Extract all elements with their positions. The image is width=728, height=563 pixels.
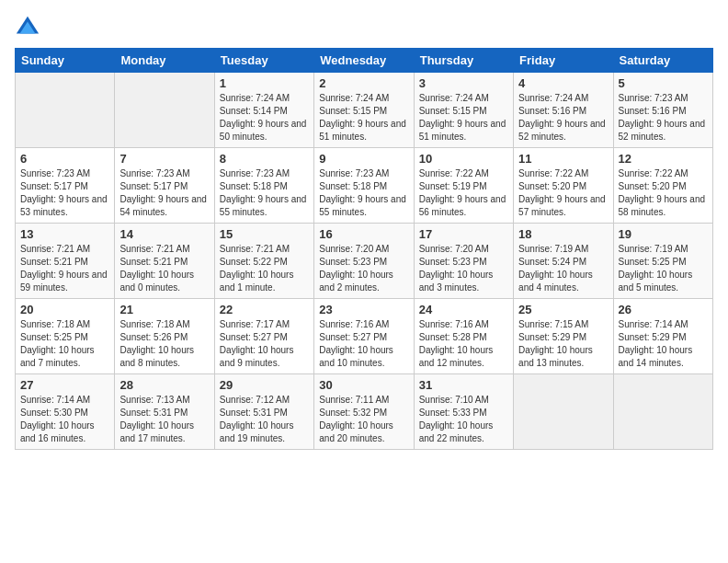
calendar-cell: 24Sunrise: 7:16 AMSunset: 5:28 PMDayligh… bbox=[414, 299, 513, 374]
day-info: Sunrise: 7:21 AMSunset: 5:21 PMDaylight:… bbox=[20, 243, 109, 294]
day-info: Sunrise: 7:18 AMSunset: 5:26 PMDaylight:… bbox=[119, 318, 209, 370]
day-info: Sunrise: 7:16 AMSunset: 5:27 PMDaylight:… bbox=[319, 318, 408, 370]
week-row-1: 1Sunrise: 7:24 AMSunset: 5:14 PMDaylight… bbox=[16, 73, 713, 148]
day-info: Sunrise: 7:24 AMSunset: 5:15 PMDaylight:… bbox=[319, 92, 408, 144]
day-number: 26 bbox=[619, 303, 708, 316]
day-number: 27 bbox=[20, 378, 109, 392]
day-number: 25 bbox=[518, 303, 608, 316]
page-header bbox=[15, 15, 713, 40]
calendar-cell: 25Sunrise: 7:15 AMSunset: 5:29 PMDayligh… bbox=[514, 299, 613, 374]
weekday-header-wednesday: Wednesday bbox=[314, 49, 414, 73]
day-info: Sunrise: 7:22 AMSunset: 5:20 PMDaylight:… bbox=[619, 167, 708, 219]
day-number: 9 bbox=[319, 152, 408, 166]
weekday-header-row: SundayMondayTuesdayWednesdayThursdayFrid… bbox=[16, 49, 713, 73]
calendar-cell: 10Sunrise: 7:22 AMSunset: 5:19 PMDayligh… bbox=[414, 148, 513, 224]
calendar-cell: 5Sunrise: 7:23 AMSunset: 5:16 PMDaylight… bbox=[613, 73, 712, 148]
calendar-cell bbox=[16, 73, 115, 148]
day-number: 29 bbox=[220, 378, 309, 392]
day-info: Sunrise: 7:24 AMSunset: 5:15 PMDaylight:… bbox=[419, 92, 508, 144]
week-row-4: 20Sunrise: 7:18 AMSunset: 5:25 PMDayligh… bbox=[16, 299, 713, 374]
calendar-cell: 14Sunrise: 7:21 AMSunset: 5:21 PMDayligh… bbox=[115, 224, 214, 299]
calendar-cell: 19Sunrise: 7:19 AMSunset: 5:25 PMDayligh… bbox=[613, 224, 712, 299]
day-info: Sunrise: 7:15 AMSunset: 5:29 PMDaylight:… bbox=[518, 318, 608, 370]
calendar-cell: 27Sunrise: 7:14 AMSunset: 5:30 PMDayligh… bbox=[16, 374, 115, 450]
day-info: Sunrise: 7:14 AMSunset: 5:29 PMDaylight:… bbox=[619, 318, 708, 370]
day-number: 1 bbox=[220, 76, 309, 90]
day-number: 28 bbox=[119, 378, 209, 392]
day-number: 17 bbox=[419, 227, 508, 241]
day-info: Sunrise: 7:14 AMSunset: 5:30 PMDaylight:… bbox=[20, 394, 109, 445]
day-number: 3 bbox=[419, 76, 508, 90]
day-number: 24 bbox=[419, 303, 508, 316]
calendar-cell: 4Sunrise: 7:24 AMSunset: 5:16 PMDaylight… bbox=[514, 73, 613, 148]
day-number: 12 bbox=[619, 152, 708, 166]
day-info: Sunrise: 7:23 AMSunset: 5:16 PMDaylight:… bbox=[619, 92, 708, 144]
day-info: Sunrise: 7:19 AMSunset: 5:24 PMDaylight:… bbox=[518, 243, 608, 294]
day-info: Sunrise: 7:21 AMSunset: 5:22 PMDaylight:… bbox=[220, 243, 309, 294]
day-number: 14 bbox=[119, 227, 209, 241]
calendar-cell bbox=[613, 374, 712, 450]
day-number: 19 bbox=[619, 227, 708, 241]
day-info: Sunrise: 7:22 AMSunset: 5:19 PMDaylight:… bbox=[419, 167, 508, 219]
calendar-cell: 21Sunrise: 7:18 AMSunset: 5:26 PMDayligh… bbox=[115, 299, 214, 374]
calendar-table: SundayMondayTuesdayWednesdayThursdayFrid… bbox=[15, 48, 713, 450]
day-info: Sunrise: 7:10 AMSunset: 5:33 PMDaylight:… bbox=[419, 394, 508, 445]
calendar-cell: 15Sunrise: 7:21 AMSunset: 5:22 PMDayligh… bbox=[214, 224, 313, 299]
day-info: Sunrise: 7:23 AMSunset: 5:18 PMDaylight:… bbox=[319, 167, 408, 219]
day-number: 8 bbox=[220, 152, 309, 166]
day-number: 30 bbox=[319, 378, 408, 392]
calendar-cell: 29Sunrise: 7:12 AMSunset: 5:31 PMDayligh… bbox=[214, 374, 313, 450]
logo bbox=[15, 15, 44, 40]
calendar-cell: 2Sunrise: 7:24 AMSunset: 5:15 PMDaylight… bbox=[314, 73, 414, 148]
day-info: Sunrise: 7:22 AMSunset: 5:20 PMDaylight:… bbox=[518, 167, 608, 219]
day-info: Sunrise: 7:12 AMSunset: 5:31 PMDaylight:… bbox=[220, 394, 309, 445]
day-number: 15 bbox=[220, 227, 309, 241]
day-number: 21 bbox=[119, 303, 209, 316]
day-number: 5 bbox=[619, 76, 708, 90]
day-number: 31 bbox=[419, 378, 508, 392]
day-info: Sunrise: 7:23 AMSunset: 5:17 PMDaylight:… bbox=[20, 167, 109, 219]
calendar-cell: 20Sunrise: 7:18 AMSunset: 5:25 PMDayligh… bbox=[16, 299, 115, 374]
day-info: Sunrise: 7:11 AMSunset: 5:32 PMDaylight:… bbox=[319, 394, 408, 445]
day-info: Sunrise: 7:23 AMSunset: 5:17 PMDaylight:… bbox=[119, 167, 209, 219]
calendar-cell: 28Sunrise: 7:13 AMSunset: 5:31 PMDayligh… bbox=[115, 374, 214, 450]
day-info: Sunrise: 7:20 AMSunset: 5:23 PMDaylight:… bbox=[419, 243, 508, 294]
calendar-cell: 16Sunrise: 7:20 AMSunset: 5:23 PMDayligh… bbox=[314, 224, 414, 299]
day-info: Sunrise: 7:17 AMSunset: 5:27 PMDaylight:… bbox=[220, 318, 309, 370]
day-number: 23 bbox=[319, 303, 408, 316]
calendar-cell: 7Sunrise: 7:23 AMSunset: 5:17 PMDaylight… bbox=[115, 148, 214, 224]
calendar-cell: 8Sunrise: 7:23 AMSunset: 5:18 PMDaylight… bbox=[214, 148, 313, 224]
day-number: 20 bbox=[20, 303, 109, 316]
day-number: 10 bbox=[419, 152, 508, 166]
calendar-cell: 11Sunrise: 7:22 AMSunset: 5:20 PMDayligh… bbox=[514, 148, 613, 224]
day-number: 2 bbox=[319, 76, 408, 90]
week-row-3: 13Sunrise: 7:21 AMSunset: 5:21 PMDayligh… bbox=[16, 224, 713, 299]
logo-icon bbox=[15, 15, 40, 40]
weekday-header-saturday: Saturday bbox=[613, 49, 712, 73]
weekday-header-tuesday: Tuesday bbox=[214, 49, 313, 73]
day-info: Sunrise: 7:19 AMSunset: 5:25 PMDaylight:… bbox=[619, 243, 708, 294]
calendar-cell: 18Sunrise: 7:19 AMSunset: 5:24 PMDayligh… bbox=[514, 224, 613, 299]
weekday-header-thursday: Thursday bbox=[414, 49, 513, 73]
calendar-cell: 17Sunrise: 7:20 AMSunset: 5:23 PMDayligh… bbox=[414, 224, 513, 299]
calendar-cell bbox=[514, 374, 613, 450]
day-info: Sunrise: 7:24 AMSunset: 5:16 PMDaylight:… bbox=[518, 92, 608, 144]
day-number: 18 bbox=[518, 227, 608, 241]
day-info: Sunrise: 7:20 AMSunset: 5:23 PMDaylight:… bbox=[319, 243, 408, 294]
day-number: 13 bbox=[20, 227, 109, 241]
day-number: 4 bbox=[518, 76, 608, 90]
weekday-header-sunday: Sunday bbox=[16, 49, 115, 73]
day-info: Sunrise: 7:16 AMSunset: 5:28 PMDaylight:… bbox=[419, 318, 508, 370]
calendar-cell: 6Sunrise: 7:23 AMSunset: 5:17 PMDaylight… bbox=[16, 148, 115, 224]
day-info: Sunrise: 7:21 AMSunset: 5:21 PMDaylight:… bbox=[119, 243, 209, 294]
week-row-2: 6Sunrise: 7:23 AMSunset: 5:17 PMDaylight… bbox=[16, 148, 713, 224]
calendar-cell bbox=[115, 73, 214, 148]
calendar-cell: 3Sunrise: 7:24 AMSunset: 5:15 PMDaylight… bbox=[414, 73, 513, 148]
day-info: Sunrise: 7:18 AMSunset: 5:25 PMDaylight:… bbox=[20, 318, 109, 370]
week-row-5: 27Sunrise: 7:14 AMSunset: 5:30 PMDayligh… bbox=[16, 374, 713, 450]
calendar-cell: 30Sunrise: 7:11 AMSunset: 5:32 PMDayligh… bbox=[314, 374, 414, 450]
calendar-cell: 12Sunrise: 7:22 AMSunset: 5:20 PMDayligh… bbox=[613, 148, 712, 224]
calendar-cell: 31Sunrise: 7:10 AMSunset: 5:33 PMDayligh… bbox=[414, 374, 513, 450]
day-number: 22 bbox=[220, 303, 309, 316]
day-number: 16 bbox=[319, 227, 408, 241]
